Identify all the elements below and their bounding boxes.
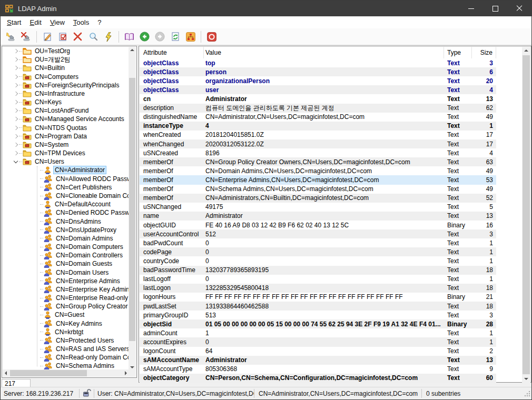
attribute-row[interactable]: objectClasspersonText6 xyxy=(140,67,496,76)
attribute-row[interactable]: lastLogon132285329545800418Text18 xyxy=(140,284,496,293)
tree-item[interactable]: CN=TPM Devices xyxy=(3,149,129,157)
tree-item[interactable]: CN=DefaultAccount xyxy=(3,200,129,208)
tree-vertical-scrollbar-thumb[interactable] xyxy=(129,78,135,341)
tree-item[interactable]: CN=Read-only Domain Contro xyxy=(3,353,129,362)
tree-item-label[interactable]: CN=Administrator xyxy=(54,166,106,174)
tree-item[interactable]: CN=Guest xyxy=(3,311,129,319)
tree-item-label[interactable]: CN=Computers xyxy=(34,73,80,81)
scroll-left-arrow[interactable] xyxy=(5,371,7,375)
tree-item[interactable]: CN=ForeignSecurityPrincipals xyxy=(3,81,129,89)
attribute-row[interactable]: uSNChanged49175Text5 xyxy=(140,203,496,212)
attribute-row[interactable]: memberOfCN=Schema Admins,CN=Users,DC=mag… xyxy=(140,185,496,194)
chevron-right-icon[interactable] xyxy=(13,126,19,129)
delete-button[interactable] xyxy=(70,30,85,44)
tree-item[interactable]: CN=System xyxy=(3,141,129,149)
attribute-row[interactable]: instanceType4Text1 xyxy=(140,122,496,131)
attribute-row[interactable]: objectClassuserText4 xyxy=(140,85,496,94)
tree-item-label[interactable]: CN=Infrastructure xyxy=(34,90,86,97)
chevron-right-icon[interactable] xyxy=(13,143,19,146)
tree-item-label[interactable]: CN=RAS and IAS Servers xyxy=(55,345,129,353)
tree-item[interactable]: CN=Builtin xyxy=(3,64,129,72)
menu-item-view[interactable]: View xyxy=(46,17,69,27)
refresh-button[interactable] xyxy=(168,30,183,44)
table-vertical-scrollbar[interactable] xyxy=(522,47,530,383)
tree-item-label[interactable]: CN=Key Admins xyxy=(55,320,103,327)
export-tree-button[interactable] xyxy=(183,30,198,44)
attribute-row[interactable]: memberOfCN=Enterprise Admins,CN=Users,DC… xyxy=(140,175,496,184)
scroll-right-arrow[interactable] xyxy=(125,371,127,375)
tree-item-label[interactable]: CN=DefaultAccount xyxy=(54,201,112,208)
scroll-up-arrow[interactable] xyxy=(130,49,134,51)
attribute-row[interactable]: objectClasstopText3 xyxy=(140,58,496,67)
maximize-button[interactable] xyxy=(483,1,507,16)
tree-item-label[interactable]: CN=Schema Admins xyxy=(55,362,115,369)
tree-item[interactable]: CN=Managed Service Accounts xyxy=(3,115,129,123)
attribute-row[interactable]: whenChanged20200312053122.0ZText17 xyxy=(140,139,496,148)
chevron-right-icon[interactable] xyxy=(13,92,19,95)
attribute-row[interactable]: memberOfCN=Group Policy Creator Owners,C… xyxy=(140,157,496,166)
tree-item-label[interactable]: CN=Cloneable Domain Contro xyxy=(55,192,129,199)
tree-item-label[interactable]: CN=Enterprise Key Admins xyxy=(55,286,129,293)
tree-item[interactable]: CN=Infrastructure xyxy=(3,89,129,98)
attribute-row[interactable]: uSNCreated8196Text4 xyxy=(140,148,496,157)
search-button[interactable] xyxy=(85,30,101,44)
chevron-right-icon[interactable] xyxy=(13,58,19,61)
attribute-row[interactable]: description컴퓨터 도메인을 관리하도록 기본 제공된 계정Text6… xyxy=(140,104,496,113)
chevron-right-icon[interactable] xyxy=(13,117,19,121)
attribute-row[interactable]: nameAdministratorText13 xyxy=(140,212,496,221)
disconnect-button[interactable] xyxy=(18,30,34,44)
tree-item-label[interactable]: CN=Users xyxy=(34,158,65,165)
resize-grip[interactable] xyxy=(524,391,530,398)
tree-item-label[interactable]: CN=Denied RODC Password R xyxy=(55,209,129,216)
chevron-right-icon[interactable] xyxy=(13,66,19,69)
tree-item[interactable]: CN=LostAndFound xyxy=(3,106,129,115)
tree-item[interactable]: CN=Domain Controllers xyxy=(3,251,129,259)
chevron-right-icon[interactable] xyxy=(13,135,19,138)
attribute-row[interactable]: codePage0Text1 xyxy=(140,247,496,256)
edit-entry-button[interactable] xyxy=(40,30,55,44)
tree-item-label[interactable]: CN=Guest xyxy=(54,311,85,318)
tree-item-label[interactable]: CN=Enterprise Admins xyxy=(55,277,121,285)
attribute-row[interactable]: badPasswordTime132037789365893195Text18 xyxy=(140,266,496,275)
chevron-right-icon[interactable] xyxy=(13,49,19,53)
tree-item[interactable]: OU=TestOrg xyxy=(3,47,129,55)
tree-item[interactable]: CN=Domain Admins xyxy=(3,234,129,243)
tree-item-label[interactable]: CN=System xyxy=(34,141,70,148)
tree-item-label[interactable]: CN=Program Data xyxy=(34,133,88,140)
attribute-row[interactable]: lastLogoff0Text1 xyxy=(140,275,496,284)
tree-item-label[interactable]: CN=Domain Guests xyxy=(55,260,113,267)
tree-item[interactable]: CN=NTDS Quotas xyxy=(3,124,129,132)
tree-item-label[interactable]: CN=Builtin xyxy=(34,64,66,72)
attribute-row[interactable]: logonCount64Text2 xyxy=(140,347,496,356)
quick-modify-button[interactable] xyxy=(101,30,116,44)
tree-item-label[interactable]: CN=Protected Users xyxy=(55,337,115,344)
tree-item-label[interactable]: CN=Managed Service Accounts xyxy=(34,115,125,123)
tree-item-label[interactable]: CN=Domain Users xyxy=(55,269,110,276)
tree-item-label[interactable]: CN=Domain Computers xyxy=(55,243,124,251)
attribute-row[interactable]: primaryGroupID513Text3 xyxy=(140,311,496,319)
tree-item-label[interactable]: CN=LostAndFound xyxy=(34,107,90,114)
attribute-row[interactable]: userAccountControl512Text3 xyxy=(140,229,496,238)
tree-horizontal-scrollbar[interactable] xyxy=(3,369,129,377)
attribute-row[interactable]: sAMAccountNameAdministratorText13 xyxy=(140,356,496,365)
menu-item-start[interactable]: Start xyxy=(3,17,25,27)
connect-button[interactable] xyxy=(3,30,18,44)
tree-item[interactable]: CN=Administrator xyxy=(3,166,129,174)
attribute-row[interactable]: countryCode0Text1 xyxy=(140,256,496,265)
tree-item-label[interactable]: CN=TPM Devices xyxy=(34,149,86,157)
tree-item-label[interactable]: CN=Domain Admins xyxy=(55,235,114,242)
tree-item-label[interactable]: OU=TestOrg xyxy=(34,47,71,55)
chevron-right-icon[interactable] xyxy=(13,84,19,87)
menu-item-help[interactable]: ? xyxy=(93,17,105,27)
tree-item[interactable]: CN=Enterprise Key Admins xyxy=(3,285,129,294)
tree-item[interactable]: CN=DnsAdmins xyxy=(3,217,129,225)
tree-item[interactable]: CN=Enterprise Read-only Don xyxy=(3,294,129,302)
tree-item-label[interactable]: CN=Group Policy Creator Owr xyxy=(55,303,129,310)
tree-item-label[interactable]: CN=Domain Controllers xyxy=(55,252,124,259)
attribute-row[interactable]: adminCount1Text1 xyxy=(140,328,496,337)
go-forward-button[interactable] xyxy=(152,30,168,44)
tree-item-label[interactable]: CN=Enterprise Read-only Don xyxy=(55,294,129,302)
tree-item-label[interactable]: CN=krbtgt xyxy=(54,328,84,336)
attribute-row[interactable]: objectClassorganizationalPersonText20 xyxy=(140,76,496,85)
tree-item[interactable]: CN=Key Admins xyxy=(3,319,129,328)
